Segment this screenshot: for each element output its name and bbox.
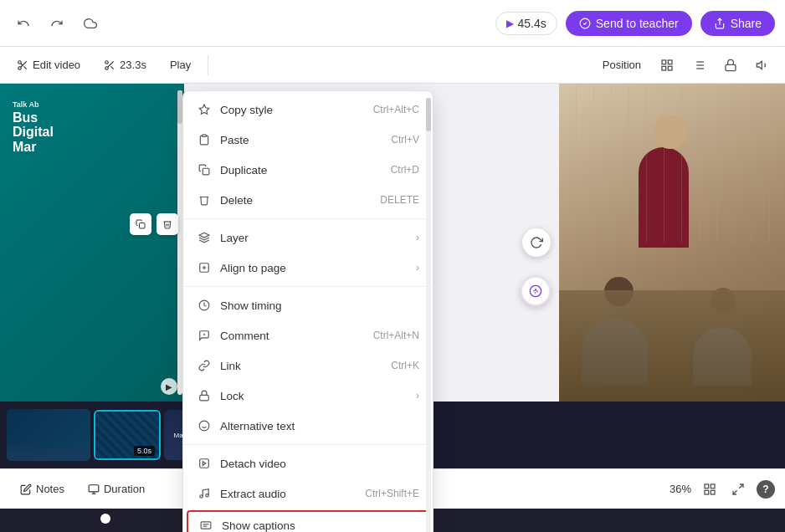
undo-button[interactable] (10, 10, 37, 37)
align-page-arrow: › (416, 262, 419, 274)
svg-line-5 (23, 66, 26, 69)
link-menu-item[interactable]: Link Ctrl+K (183, 350, 433, 381)
duration-label: Duration (104, 483, 145, 495)
show-captions-icon (198, 518, 213, 532)
play-btn[interactable]: Play (163, 55, 198, 74)
send-to-teacher-button[interactable]: Send to teacher (566, 11, 692, 36)
notes-icon (20, 483, 32, 495)
duplicate-menu-item[interactable]: Duplicate Ctrl+D (183, 155, 433, 185)
alt-text-menu-item[interactable]: Alternative text (183, 411, 433, 441)
copy-style-label: Copy style (220, 104, 273, 116)
lock-icon-btn[interactable] (718, 53, 743, 78)
cloud-sync-button[interactable] (77, 10, 104, 37)
position-btn[interactable]: Position (596, 55, 648, 74)
lock-menu-item[interactable]: Lock › (183, 381, 433, 411)
align-page-icon (197, 260, 212, 275)
duplicate-label: Duplicate (220, 164, 267, 176)
extract-audio-label: Extract audio (220, 488, 286, 500)
show-captions-menu-item[interactable]: Show captions (187, 510, 429, 532)
slide-canvas: Talk Ab Bus Digital Mar (0, 84, 184, 402)
slide-preview: Talk Ab Bus Digital Mar (0, 84, 184, 402)
duration-badge: ▶ 45.4s (495, 12, 557, 35)
svg-point-36 (200, 495, 203, 499)
notes-tab[interactable]: Notes (10, 478, 74, 500)
alt-text-icon (197, 418, 212, 433)
magic-button[interactable] (521, 276, 551, 306)
svg-rect-48 (705, 490, 709, 494)
link-icon (197, 358, 212, 373)
grid-icon-btn[interactable] (654, 53, 680, 78)
toolbar-divider (208, 55, 208, 75)
detach-video-icon (197, 456, 212, 471)
lock-label: Lock (220, 390, 244, 402)
svg-rect-25 (203, 168, 209, 175)
svg-line-50 (739, 484, 743, 489)
toolbar-right: Position (596, 53, 775, 78)
slide-big-text: Bus Digital Mar (13, 110, 54, 155)
alt-text-label: Alternative text (220, 420, 295, 432)
menu-divider-3 (183, 444, 433, 445)
svg-rect-14 (668, 66, 672, 70)
trim-duration[interactable]: 23.3s (97, 55, 153, 74)
notes-label: Notes (36, 483, 64, 495)
svg-rect-24 (203, 135, 207, 136)
svg-rect-38 (201, 522, 211, 529)
delete-icon-btn[interactable] (156, 213, 178, 235)
detach-video-label: Detach video (220, 458, 286, 470)
meeting-photo (559, 84, 785, 402)
svg-marker-26 (199, 233, 209, 238)
extract-audio-menu-item[interactable]: Extract audio Ctrl+Shift+E (183, 478, 433, 509)
copy-style-shortcut: Ctrl+Alt+C (373, 104, 419, 115)
svg-rect-31 (200, 395, 209, 400)
delete-label: Delete (220, 194, 253, 207)
copy-style-menu-item[interactable]: Copy style Ctrl+Alt+C (183, 95, 433, 125)
paste-label: Paste (220, 134, 249, 146)
help-btn[interactable]: ? (757, 480, 775, 499)
show-timing-icon (197, 298, 212, 313)
trash-icon (162, 219, 172, 229)
edit-video-btn[interactable]: Edit video (10, 55, 87, 74)
comment-menu-item[interactable]: Comment Ctrl+Alt+N (183, 320, 433, 350)
wood-panels (559, 84, 785, 243)
rotate-icon (530, 236, 543, 249)
rotate-button[interactable] (522, 228, 551, 257)
svg-rect-49 (711, 490, 715, 494)
volume-icon-btn[interactable] (750, 53, 775, 78)
photo-background (559, 84, 785, 402)
menu-scroll-track[interactable] (426, 98, 431, 532)
comment-icon (197, 328, 212, 343)
copy-icon-btn[interactable] (130, 213, 151, 235)
show-captions-label: Show captions (222, 519, 295, 532)
paste-icon (197, 132, 212, 147)
layer-label: Layer (220, 232, 249, 244)
menu-scroll-thumb (426, 98, 431, 131)
duplicate-icon (197, 162, 212, 177)
grid-view-btn[interactable] (700, 479, 720, 499)
redo-button[interactable] (44, 10, 70, 37)
duration-tab[interactable]: Duration (78, 478, 155, 500)
svg-rect-43 (89, 484, 99, 491)
comment-label: Comment (220, 330, 269, 342)
scissors-icon (17, 59, 28, 71)
align-page-label: Align to page (220, 262, 286, 274)
svg-rect-11 (662, 60, 666, 64)
slide-control-icons (130, 213, 178, 235)
svg-rect-12 (668, 60, 672, 64)
svg-point-8 (105, 66, 109, 69)
delete-menu-item[interactable]: Delete DELETE (183, 185, 433, 215)
paste-menu-item[interactable]: Paste Ctrl+V (183, 125, 433, 155)
timeline-thumb-2[interactable]: 5.0s (94, 410, 161, 460)
align-icon-btn[interactable] (686, 53, 711, 78)
timeline-main-thumb[interactable]: ▶ (7, 409, 90, 461)
layer-menu-item[interactable]: Layer › (183, 223, 433, 253)
top-bar-right: ▶ 45.4s Send to teacher Share (495, 11, 775, 36)
show-timing-menu-item[interactable]: Show timing (183, 290, 433, 320)
align-page-menu-item[interactable]: Align to page › (183, 253, 433, 283)
expand-btn[interactable] (728, 479, 748, 499)
share-button[interactable]: Share (700, 11, 775, 36)
svg-point-3 (18, 66, 22, 69)
table-surface (559, 290, 785, 402)
svg-point-7 (105, 60, 109, 64)
menu-divider-1 (183, 218, 433, 219)
detach-video-menu-item[interactable]: Detach video (183, 448, 433, 478)
